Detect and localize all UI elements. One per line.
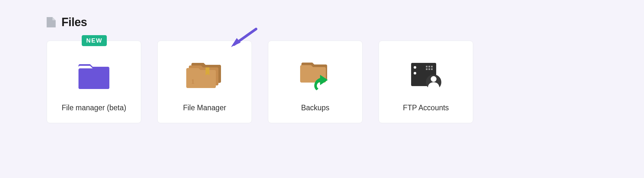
section-header: Files xyxy=(47,15,644,29)
card-label: FTP Accounts xyxy=(403,104,449,112)
svg-rect-8 xyxy=(428,68,430,70)
file-icon xyxy=(47,17,56,27)
files-card-grid: NEW File manager (beta) 1 File Manager xyxy=(47,41,644,123)
file-manager-beta-card[interactable]: NEW File manager (beta) xyxy=(47,41,141,123)
section-title: Files xyxy=(61,15,87,29)
svg-point-2 xyxy=(414,66,416,69)
svg-point-3 xyxy=(414,72,416,74)
server-user-icon xyxy=(409,58,443,94)
svg-rect-5 xyxy=(428,66,430,67)
card-label: Backups xyxy=(301,104,329,112)
svg-rect-9 xyxy=(431,68,433,70)
svg-text:1: 1 xyxy=(191,77,195,85)
folders-brown-icon: 1 xyxy=(186,58,224,94)
svg-point-11 xyxy=(431,76,437,82)
folder-purple-icon xyxy=(77,58,111,94)
svg-rect-7 xyxy=(426,68,428,70)
svg-rect-6 xyxy=(431,66,433,67)
new-badge: NEW xyxy=(82,35,107,46)
svg-rect-4 xyxy=(426,66,428,67)
file-manager-card[interactable]: 1 File Manager xyxy=(157,41,252,123)
card-label: File Manager xyxy=(183,104,226,112)
ftp-accounts-card[interactable]: FTP Accounts xyxy=(379,41,473,123)
folder-arrow-icon xyxy=(298,58,332,94)
card-label: File manager (beta) xyxy=(62,104,126,112)
backups-card[interactable]: Backups xyxy=(268,41,363,123)
